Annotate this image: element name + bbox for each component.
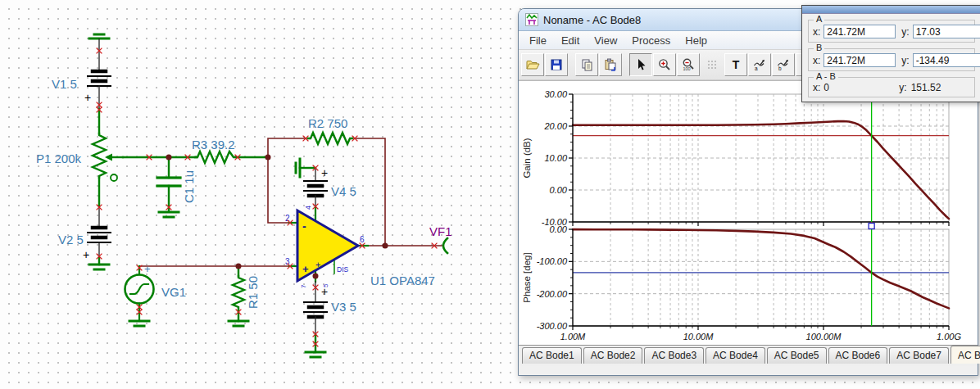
zoom-in-icon [658,58,671,71]
tab-strip: AC Bode1AC Bode2AC Bode3AC Bode4AC Bode5… [519,345,978,366]
ground-symbol-v4[interactable] [296,159,315,177]
resistor-r3[interactable] [195,152,268,163]
ground-symbol-r1[interactable] [229,321,248,326]
tab-ac-bode1[interactable]: AC Bode1 [522,347,582,364]
tab-ac-bode2[interactable]: AC Bode2 [583,347,643,364]
cursor-b-y-label: y: [901,55,909,66]
junction-dots [166,155,388,279]
zoom-100-button[interactable]: 100 [677,53,700,76]
cursor-b-x-label: x: [813,55,820,66]
text-tool-button[interactable]: T [724,53,747,76]
paste-icon [604,58,617,71]
probe-vf1[interactable] [443,238,447,253]
cursor-b-y-input[interactable] [913,53,980,67]
potentiometer-p1-wiper [105,154,112,161]
tab-ac-bode8[interactable]: AC Bode8 [951,346,980,364]
xtick-label: 10.00M [683,332,715,342]
cursor-a-group: A x: y: [808,20,975,43]
tab-ac-bode4[interactable]: AC Bode4 [706,347,765,364]
battery-v4-plus: + [321,166,328,179]
save-button[interactable] [545,53,568,76]
ground-symbol-c1[interactable] [159,212,179,217]
tab-ac-bode6[interactable]: AC Bode6 [828,347,888,364]
resistor-r3-label: R3 39.2 [192,138,235,152]
battery-v3-label: V3 5 [331,300,356,314]
resistor-r2[interactable] [308,133,352,144]
battery-v1-label: V1 5 [52,77,77,91]
probe-vf1-label: VF1 [429,224,452,238]
cursor-ab-group-label: A - B [814,71,838,81]
battery-v4-label: V4 5 [331,184,356,198]
cursor-a-button[interactable]: a [748,53,771,76]
phase-axis-title: Phase [deg] [522,252,532,302]
cursor-b-button[interactable]: b [772,53,795,76]
phase-plot-frame [573,229,949,326]
cursor-ab-group: A - B x: 0 y: 151.52 [808,77,975,97]
cursor-b-group-label: B [814,43,824,52]
toolbar-separator [623,54,629,75]
battery-v3[interactable] [304,302,327,335]
gain-ytick-label: 0.00 [550,185,568,195]
opamp-minus: - [302,219,306,233]
xtick-label: 1.00M [560,332,586,342]
svg-text:100: 100 [683,66,691,71]
xtick-label: 100.00M [806,332,842,342]
zoom-100-icon: 100 [682,58,695,71]
bode-plots-svg[interactable]: 30.0020.0010.000.00-10.00Gain (dB)0.00-1… [519,81,976,345]
floppy-icon [550,58,563,71]
copy-button[interactable] [575,53,598,76]
phase-ytick-label: -200.00 [537,289,568,299]
cursor-handle[interactable] [869,224,874,229]
tab-ac-bode5[interactable]: AC Bode5 [767,347,827,364]
potentiometer-p1-label: P1 200k [36,152,82,165]
ground-symbol-v2[interactable] [89,258,109,269]
menu-item-file[interactable]: File [522,33,554,48]
battery-v2[interactable] [88,206,111,258]
svg-text:T: T [733,58,740,71]
battery-v1[interactable] [88,39,111,109]
capacitor-c1-label: C1 1u [182,170,196,203]
app-icon [525,13,538,26]
generator-vg1-plus: + [144,263,151,275]
opamp-u1-label: U1 OPA847 [370,274,435,287]
cursor-a-x-input[interactable] [823,25,896,38]
cursor-ab-x-value: 0 [823,82,899,93]
battery-v2-label: V2 5 [58,233,84,247]
ground-symbol-v1-top[interactable] [89,34,109,38]
menu-item-help[interactable]: Help [678,33,715,48]
menu-item-edit[interactable]: Edit [554,33,587,48]
opamp-dis-label: DIS [337,265,349,274]
cursor-ab-y-value: 151.52 [911,82,941,93]
cursor-a-y-input[interactable] [913,25,980,38]
cursor-ab-x-label: x: [813,82,820,93]
tab-ac-bode7[interactable]: AC Bode7 [889,347,949,364]
plot-area[interactable]: 30.0020.0010.000.00-10.00Gain (dB)0.00-1… [519,80,978,345]
pointer-icon [634,58,647,71]
schematic-editor-desktop: V1 5 + P1 200k [0,0,980,389]
resistor-r1[interactable] [233,266,244,321]
cursor-a-y-label: y: [901,26,909,38]
open-button[interactable] [521,53,544,76]
ground-symbol-v3[interactable] [306,335,325,357]
grid-button[interactable] [701,53,724,76]
opamp-pin4: 4 [304,206,312,210]
resistor-r1-label: R1 50 [246,276,260,309]
panel-grip[interactable] [802,6,980,14]
cursor-b-x-input[interactable] [823,53,896,67]
pointer-tool-button[interactable] [629,53,652,76]
cursor-b-group: B x: y: [808,48,975,71]
menu-item-view[interactable]: View [587,33,624,48]
schematic-canvas[interactable]: V1 5 + P1 200k [0,0,518,389]
battery-v2-plus: + [83,248,89,261]
paste-button[interactable] [599,53,622,76]
svg-text:a: a [755,66,758,71]
zoom-in-button[interactable] [653,53,676,76]
capacitor-c1[interactable] [157,157,180,211]
gain-ytick-label: 10.00 [544,153,567,163]
window-title: Noname - AC Bode8 [543,14,641,26]
ground-symbol-vg1[interactable] [129,321,149,326]
cursor-readout-panel: A x: y: B x: y: A - B x: 0 y: 151 [801,5,980,102]
svg-text:b: b [778,66,782,71]
tab-ac-bode3[interactable]: AC Bode3 [644,347,704,364]
menu-item-process[interactable]: Process [624,33,678,48]
